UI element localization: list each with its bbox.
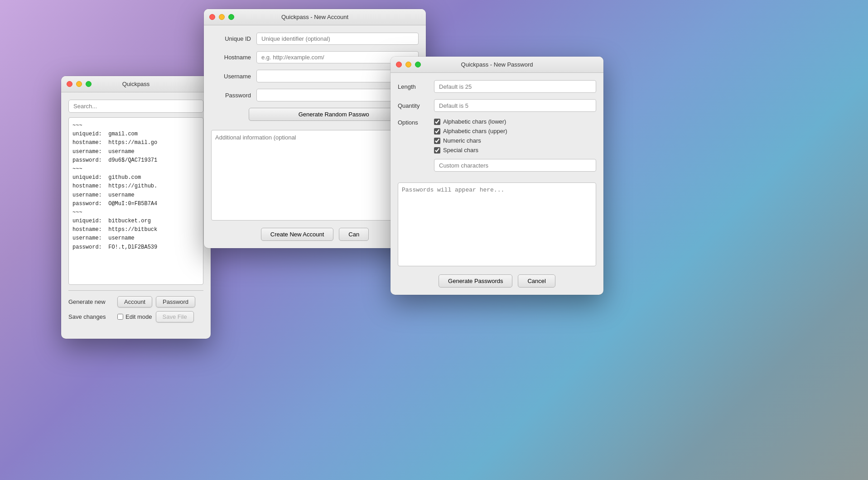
search-input[interactable] xyxy=(68,100,203,113)
hostname-label: Hostname xyxy=(211,54,256,61)
list-item: uniqueid: github.com xyxy=(72,173,199,182)
minimize-button[interactable] xyxy=(76,81,82,87)
account-window-title: Quickpass - New Account xyxy=(281,14,348,20)
account-close-button[interactable] xyxy=(209,14,215,20)
list-item: hostname: https://mail.go xyxy=(72,139,199,147)
additional-info-textarea[interactable] xyxy=(211,130,419,221)
list-item: hostname: https://github. xyxy=(72,182,199,191)
password-titlebar: Quickpass - New Password xyxy=(391,57,603,73)
password-window-body: Length Quantity Options Alphabetic chars… xyxy=(391,73,603,295)
username-label: Username xyxy=(211,73,256,80)
options-label: Options xyxy=(398,118,434,177)
quantity-label: Quantity xyxy=(398,102,434,109)
special-label: Special chars xyxy=(443,147,478,154)
unique-id-label: Unique ID xyxy=(211,35,256,42)
account-button[interactable]: Account xyxy=(117,296,152,307)
alpha-upper-label: Alphabetic chars (upper) xyxy=(443,128,507,134)
password-label: Password xyxy=(211,92,256,99)
list-item: password: FO!.t,DlF2BA539 xyxy=(72,243,199,252)
account-titlebar: Quickpass - New Account xyxy=(204,9,426,25)
save-row: Save changes Edit mode Save File xyxy=(68,311,203,322)
numeric-option[interactable]: Numeric chars xyxy=(434,137,596,144)
options-section: Options Alphabetic chars (lower) Alphabe… xyxy=(398,118,596,177)
list-item: ~~~ xyxy=(72,208,199,217)
alpha-upper-option[interactable]: Alphabetic chars (upper) xyxy=(434,128,596,134)
password-minimize-button[interactable] xyxy=(405,62,411,67)
main-window: Quickpass ~~~ uniqueid: gmail.com hostna… xyxy=(61,76,211,339)
cancel-account-button[interactable]: Can xyxy=(339,228,369,241)
account-bottom-buttons: Create New Account Can xyxy=(211,228,419,241)
special-checkbox[interactable] xyxy=(434,147,440,154)
password-window-title: Quickpass - New Password xyxy=(461,61,533,68)
unique-id-input[interactable] xyxy=(256,33,419,45)
account-window-controls xyxy=(209,14,234,20)
main-window-body: ~~~ uniqueid: gmail.com hostname: https:… xyxy=(61,92,211,330)
close-button[interactable] xyxy=(67,81,72,87)
password-row: Password xyxy=(211,89,419,101)
password-close-button[interactable] xyxy=(396,62,402,67)
length-label: Length xyxy=(398,83,434,90)
alpha-lower-checkbox[interactable] xyxy=(434,119,440,125)
alpha-lower-label: Alphabetic chars (lower) xyxy=(443,118,506,125)
password-button[interactable]: Password xyxy=(156,296,195,307)
list-item: ~~~ xyxy=(72,165,199,173)
edit-mode-checkbox[interactable] xyxy=(117,314,123,320)
generate-row: Generate Random Passwo xyxy=(211,108,419,126)
quantity-input[interactable] xyxy=(434,99,596,112)
main-titlebar: Quickpass xyxy=(61,76,211,92)
options-list: Alphabetic chars (lower) Alphabetic char… xyxy=(434,118,596,177)
account-maximize-button[interactable] xyxy=(228,14,234,20)
numeric-label: Numeric chars xyxy=(443,137,481,144)
alpha-lower-option[interactable]: Alphabetic chars (lower) xyxy=(434,118,596,125)
unique-id-row: Unique ID xyxy=(211,33,419,45)
generate-new-label: Generate new xyxy=(68,298,114,305)
username-row: Username xyxy=(211,70,419,82)
hostname-row: Hostname xyxy=(211,51,419,63)
list-item: username: username xyxy=(72,191,199,200)
save-changes-label: Save changes xyxy=(68,313,114,320)
maximize-button[interactable] xyxy=(86,81,92,87)
list-item: ~~~ xyxy=(72,121,199,130)
generate-row: Generate new Account Password xyxy=(68,296,203,307)
cancel-password-button[interactable]: Cancel xyxy=(518,274,555,288)
special-option[interactable]: Special chars xyxy=(434,147,596,154)
edit-mode-label[interactable]: Edit mode xyxy=(117,313,152,320)
account-minimize-button[interactable] xyxy=(219,14,225,20)
divider xyxy=(68,290,203,291)
generate-passwords-button[interactable]: Generate Passwords xyxy=(439,274,512,288)
password-maximize-button[interactable] xyxy=(415,62,421,67)
create-account-button[interactable]: Create New Account xyxy=(261,228,334,241)
list-item: uniqueid: bitbucket.org xyxy=(72,217,199,226)
list-item: username: username xyxy=(72,234,199,243)
length-row: Length xyxy=(398,80,596,93)
save-file-button[interactable]: Save File xyxy=(156,311,194,322)
list-item: password: d9u6$/QAC719371 xyxy=(72,156,199,165)
length-input[interactable] xyxy=(434,80,596,93)
password-window-controls xyxy=(396,62,421,67)
list-item: uniqueid: gmail.com xyxy=(72,130,199,139)
new-password-window: Quickpass - New Password Length Quantity… xyxy=(391,57,603,295)
main-window-title: Quickpass xyxy=(122,81,150,87)
account-list: ~~~ uniqueid: gmail.com hostname: https:… xyxy=(68,117,203,285)
passwords-output[interactable] xyxy=(398,182,596,266)
alpha-upper-checkbox[interactable] xyxy=(434,128,440,134)
quantity-row: Quantity xyxy=(398,99,596,112)
bottom-bar: Generate new Account Password Save chang… xyxy=(68,296,203,322)
list-item: username: username xyxy=(72,148,199,156)
numeric-checkbox[interactable] xyxy=(434,138,440,144)
custom-chars-input[interactable] xyxy=(434,159,596,172)
list-item: password: O@MuI:0=FB5B7A4 xyxy=(72,200,199,208)
list-item: hostname: https://bitbuck xyxy=(72,226,199,234)
window-controls xyxy=(67,81,92,87)
password-bottom-buttons: Generate Passwords Cancel xyxy=(398,274,596,288)
